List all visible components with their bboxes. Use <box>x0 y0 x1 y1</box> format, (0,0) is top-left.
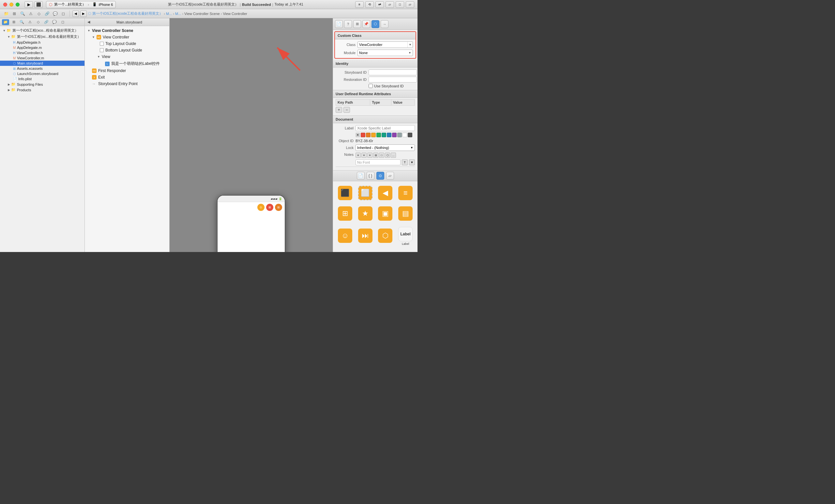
obj-item-1[interactable]: ⬛ <box>335 184 354 203</box>
panel-toggle-center[interactable]: □ <box>396 1 404 8</box>
doc-label-input[interactable] <box>355 125 415 131</box>
disclosure-scene[interactable]: ▼ <box>87 29 92 32</box>
vc-orange-btn[interactable]: ⊞ <box>275 204 282 211</box>
scene-label-item[interactable]: L 我是一个萌萌哒的Label控件 <box>85 60 169 67</box>
tree-item-infoplist[interactable]: 📄 Info.plist <box>0 76 84 82</box>
filetree-tab-7[interactable]: 💬 <box>51 19 58 25</box>
notes-icon-6[interactable]: ⬡ <box>385 152 390 158</box>
scene-view[interactable]: ▼ View <box>85 54 169 60</box>
tree-item-root[interactable]: ▼ 📁 第一个iOS工程(xco...程命名最好用英文） <box>0 27 84 34</box>
font-chevron-btn[interactable]: ▼ <box>409 160 415 165</box>
warning-icon-btn[interactable]: ⚠ <box>27 10 34 17</box>
tree-item-viewcontroller-h[interactable]: H ViewController.h <box>0 50 84 56</box>
disclosure-supporting[interactable]: ▶ <box>6 83 11 86</box>
tree-item-xcassets[interactable]: ⊠ Assets.xcassets <box>0 66 84 71</box>
swatch-x[interactable]: ✕ <box>355 133 360 137</box>
storyboard-id-input[interactable] <box>369 69 417 75</box>
scene-top-guide[interactable]: Top Layout Guide <box>85 40 169 47</box>
test-icon-btn[interactable]: ◻ <box>60 10 67 17</box>
disclosure-sub[interactable]: ▼ <box>6 35 11 39</box>
layout-btn-2[interactable]: ⟲ <box>365 1 374 8</box>
tree-item-main-storyboard[interactable]: ⬡ Main.storyboard <box>0 61 84 66</box>
scene-back-btn[interactable]: ◀ <box>87 20 90 24</box>
use-storyboard-checkbox[interactable] <box>369 84 373 88</box>
layout-btn-3[interactable]: ⇄ <box>375 1 384 8</box>
tree-item-supporting-files[interactable]: ▶ 📁 Supporting Files <box>0 82 84 87</box>
source-icon-btn[interactable]: 🔗 <box>43 10 50 17</box>
swatch-purple[interactable] <box>392 133 396 137</box>
layout-btn-1[interactable]: ≡ <box>355 1 364 8</box>
scene-vc[interactable]: ▼ VC View Controller <box>85 34 169 40</box>
bc-scene[interactable]: View Controller Scene <box>184 12 220 16</box>
bc-vc[interactable]: View Controller <box>223 12 247 16</box>
tree-item-viewcontroller-m[interactable]: M ViewController.m <box>0 56 84 61</box>
bc-m1[interactable]: M... <box>166 12 172 16</box>
obj-item-6[interactable]: ★ <box>356 204 375 224</box>
class-input[interactable] <box>358 43 407 47</box>
disclosure-root[interactable]: ▼ <box>2 29 6 32</box>
swatch-red[interactable] <box>361 133 365 137</box>
disclosure-vc[interactable]: ▼ <box>92 36 97 39</box>
class-dropdown-btn[interactable]: ▼ <box>407 42 413 48</box>
scene-section-header[interactable]: ▼ View Controller Scene <box>85 27 169 34</box>
notes-icon-5[interactable]: □ <box>379 152 384 158</box>
chat-icon-btn[interactable]: 💬 <box>52 10 59 17</box>
filetree-tab-4[interactable]: ⚠ <box>26 19 34 25</box>
font-size-btn[interactable]: T <box>402 160 408 165</box>
vc-yellow-btn[interactable]: ⊙ <box>257 204 265 211</box>
scheme-selector[interactable]: ⬡ 第一个...好用英文） › 📱 iPhone 6 <box>46 1 116 8</box>
obj-item-9[interactable]: ☺ <box>335 225 354 248</box>
disclosure-view[interactable]: ▼ <box>97 55 102 58</box>
right-tab-pin[interactable]: 📌 <box>362 20 370 28</box>
notes-icon-1[interactable]: ≡ <box>355 152 361 158</box>
stop-button[interactable]: ⬛ <box>34 1 43 8</box>
filetree-tab-2[interactable]: ⊞ <box>10 19 17 25</box>
udra-remove-btn[interactable]: − <box>344 107 350 113</box>
canvas-content[interactable]: → ▰▰▰ 🔋 ⊙ ⊠ ⊞ 我是一个萌萌哒的Label控件 <box>169 18 333 252</box>
tree-item-appdelegate-m[interactable]: M AppDelegate.m <box>0 45 84 50</box>
tree-item-subfolder[interactable]: ▼ 📁 第一个iOS工程(xc...程命名最好用英文） <box>0 34 84 40</box>
tree-item-appdelegate-h[interactable]: H AppDelegate.h <box>0 40 84 45</box>
vc-red-btn[interactable]: ⊠ <box>266 204 273 211</box>
swatch-teal[interactable] <box>382 133 386 137</box>
filetree-tab-8[interactable]: ◻ <box>59 19 66 25</box>
swatch-yellow[interactable] <box>371 133 376 137</box>
obj-item-10[interactable]: ⏭ <box>356 225 375 248</box>
panel-toggle-right[interactable]: ▱ <box>406 1 414 8</box>
obj-item-3[interactable]: ◀ <box>376 184 395 203</box>
run-button[interactable]: ▶ <box>24 1 33 8</box>
notes-icon-2[interactable]: ≡ <box>361 152 367 158</box>
nav-next-btn[interactable]: ▶ <box>80 10 87 17</box>
filetree-tab-1[interactable]: 📁 <box>2 19 9 25</box>
obj-item-5[interactable]: ⊞ <box>335 204 354 224</box>
bc-m2[interactable]: M... <box>175 12 181 16</box>
obj-item-4[interactable]: ≡ <box>396 184 415 203</box>
obj-item-2[interactable]: ⬜ <box>356 184 375 203</box>
scene-first-responder[interactable]: FR First Responder <box>85 67 169 74</box>
close-button[interactable] <box>3 3 7 6</box>
swatch-orange[interactable] <box>366 133 370 137</box>
tree-item-products[interactable]: ▶ 📁 Products <box>0 87 84 92</box>
scene-exit[interactable]: X Exit <box>85 74 169 81</box>
folder-icon-btn[interactable]: 📁 <box>3 10 10 17</box>
scene-entry-point[interactable]: → Storyboard Entry Point <box>85 81 169 87</box>
restoration-id-input[interactable] <box>369 77 417 83</box>
panel-toggle-left[interactable]: ▱ <box>386 1 394 8</box>
bc-project[interactable]: 第一个iOS工程(xcode工程命名最好用英文） <box>92 11 163 16</box>
obj-tab-1[interactable]: 📄 <box>357 172 365 180</box>
right-tab-file[interactable]: 📄 <box>335 20 343 28</box>
obj-item-7[interactable]: ▣ <box>376 204 395 224</box>
module-select[interactable]: None ▼ <box>358 49 413 56</box>
swatch-dark-box[interactable] <box>408 133 412 137</box>
obj-tab-2[interactable]: { } <box>367 172 374 180</box>
swatch-blue[interactable] <box>387 133 391 137</box>
right-tab-id[interactable]: ⬡ <box>371 20 379 28</box>
filetree-tab-3[interactable]: 🔍 <box>18 19 25 25</box>
swatch-white-box[interactable] <box>403 133 407 137</box>
maximize-button[interactable] <box>16 3 20 6</box>
swatch-gray[interactable] <box>397 133 402 137</box>
lock-select[interactable]: Inherited - (Nothing) ▼ <box>355 144 415 151</box>
filetree-tab-5[interactable]: ◇ <box>35 19 42 25</box>
tree-item-launchscreen[interactable]: ⬡ LaunchScreen.storyboard <box>0 71 84 76</box>
obj-tab-3[interactable]: ⊙ <box>376 172 384 180</box>
